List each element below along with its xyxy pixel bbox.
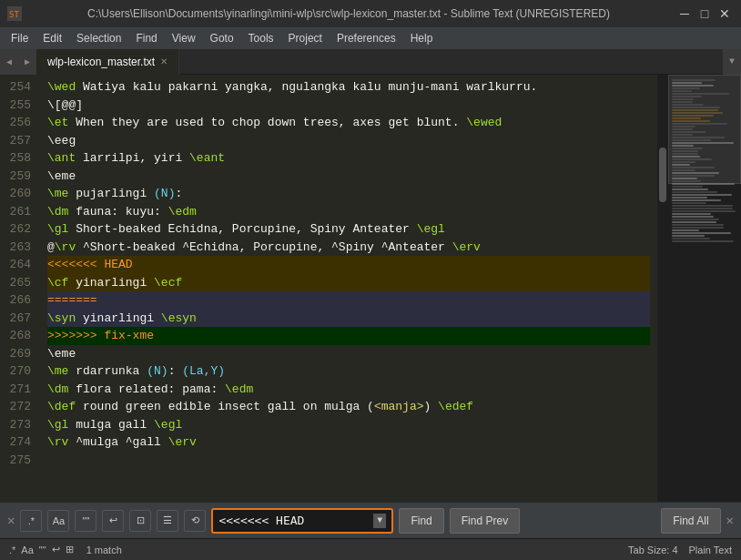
code-line: \cf yinarlingi \ecf xyxy=(47,274,650,292)
status-plain-text[interactable]: Plain Text xyxy=(689,545,733,555)
menu-item-tools[interactable]: Tools xyxy=(241,30,281,46)
tab-file[interactable]: wlp-lexicon_master.txt ✕ xyxy=(36,49,179,75)
menu-item-find[interactable]: Find xyxy=(128,30,164,46)
menu-item-goto[interactable]: Goto xyxy=(203,30,241,46)
find-prev-button[interactable]: Find Prev xyxy=(450,508,520,534)
tab-label: wlp-lexicon_master.txt xyxy=(47,56,155,68)
code-line: \wed Watiya kalu pakarni yangka, ngulang… xyxy=(47,78,650,97)
in-sel-btn[interactable]: ⊡ xyxy=(129,510,151,532)
code-content[interactable]: \wed Watiya kalu pakarni yangka, ngulang… xyxy=(40,75,657,502)
status-bar: .* Aa "" ↩ ⊞ 1 match Tab Size: 4 Plain T… xyxy=(0,538,741,560)
svg-text:ST: ST xyxy=(9,10,19,19)
minimize-button[interactable]: ─ xyxy=(675,5,694,23)
tab-bar: ◀ ▶ wlp-lexicon_master.txt ✕ ▼ xyxy=(0,49,741,75)
find-all-button[interactable]: Find All xyxy=(661,508,720,534)
find-button[interactable]: Find xyxy=(399,508,443,534)
menu-item-project[interactable]: Project xyxy=(281,30,330,46)
menu-item-help[interactable]: Help xyxy=(403,30,441,46)
editor-content: 2542552562572582592602612622632642652662… xyxy=(0,75,741,502)
find-close-icon[interactable]: ✕ xyxy=(7,513,15,528)
code-line: \me pujarlingi (N): xyxy=(47,185,650,203)
code-line: \eeg xyxy=(47,132,650,150)
status-wrap-icon[interactable]: ↩ xyxy=(52,544,60,555)
status-right: Tab Size: 4 Plain Text xyxy=(628,545,732,555)
close-button[interactable]: ✕ xyxy=(716,5,734,23)
status-left: .* Aa "" ↩ ⊞ 1 match xyxy=(9,544,122,555)
code-line: \gl Short-beaked Echidna, Porcupine, Spi… xyxy=(47,220,650,239)
code-line: \def round green edible insect gall on m… xyxy=(47,398,650,416)
code-line: @\rv ^Short-beaked ^Echidna, Porcupine, … xyxy=(47,239,650,257)
line-numbers: 2542552562572582592602612622632642652662… xyxy=(0,75,40,502)
status-tab-size[interactable]: Tab Size: 4 xyxy=(628,545,677,555)
code-line: \eme xyxy=(47,345,650,363)
status-case-icon[interactable]: Aa xyxy=(21,545,33,555)
main-area: 2542552562572582592602612622632642652662… xyxy=(0,75,741,502)
menu-item-selection[interactable]: Selection xyxy=(69,30,128,46)
status-regex-icon[interactable]: .* xyxy=(9,545,15,555)
title-text: C:\Users\Ellison\Documents\yinarlingi\mi… xyxy=(29,7,668,20)
code-line: >>>>>>> fix-xme xyxy=(47,327,650,345)
title-controls: ─ □ ✕ xyxy=(675,5,734,23)
find-bar-close-right[interactable]: ✕ xyxy=(726,513,734,528)
app-icon: ST xyxy=(7,6,22,21)
case-btn[interactable]: Aa xyxy=(47,510,69,532)
menu-item-edit[interactable]: Edit xyxy=(36,30,69,46)
tab-nav-right[interactable]: ▶ xyxy=(18,49,36,75)
code-line: ======= xyxy=(47,291,650,310)
status-indent-icon[interactable]: ⊞ xyxy=(66,544,74,555)
status-quote-icon[interactable]: "" xyxy=(39,545,46,555)
highlight-btn[interactable]: ☰ xyxy=(157,510,178,532)
code-display[interactable]: 2542552562572582592602612622632642652662… xyxy=(0,75,657,502)
code-line: \me rdarrunka (N): (La,Y) xyxy=(47,362,650,381)
word-btn[interactable]: "" xyxy=(75,510,96,532)
regex-btn[interactable]: .* xyxy=(20,510,42,532)
maximize-button[interactable]: □ xyxy=(695,5,714,23)
minimap-content xyxy=(668,75,741,502)
scrollbar-thumb[interactable] xyxy=(659,148,666,202)
code-line: \eme xyxy=(47,168,650,186)
scrollbar[interactable] xyxy=(657,75,668,502)
find-bar: ✕ .* Aa "" ↩ ⊡ ☰ ⟲ ▼ Find Find Prev Find… xyxy=(0,502,741,538)
tab-menu-btn[interactable]: ▼ xyxy=(723,49,741,75)
menu-bar: FileEditSelectionFindViewGotoToolsProjec… xyxy=(0,27,741,49)
code-line: <<<<<<< HEAD xyxy=(47,256,650,274)
editor[interactable]: 2542552562572582592602612622632642652662… xyxy=(0,75,741,502)
title-bar: ST C:\Users\Ellison\Documents\yinarlingi… xyxy=(0,0,741,27)
code-line: \ant larrilpi, yiri \eant xyxy=(47,149,650,168)
code-line: \dm fauna: kuyu: \edm xyxy=(47,203,650,221)
find-dropdown-btn[interactable]: ▼ xyxy=(373,514,386,528)
status-match-count: 1 match xyxy=(86,545,122,555)
code-line: \dm flora related: pama: \edm xyxy=(47,381,650,399)
code-line: \gl mulga gall \egl xyxy=(47,416,650,434)
menu-item-preferences[interactable]: Preferences xyxy=(330,30,403,46)
tab-close-icon[interactable]: ✕ xyxy=(160,56,167,66)
menu-item-view[interactable]: View xyxy=(165,30,203,46)
code-line: \syn yinarlingi \esyn xyxy=(47,310,650,328)
find-input[interactable] xyxy=(218,514,370,527)
code-line: \rv ^mulga ^gall \erv xyxy=(47,433,650,452)
code-line: \et When they are used to chop down tree… xyxy=(47,114,650,132)
preserve-btn[interactable]: ⟲ xyxy=(184,510,206,532)
code-line: \[@@] xyxy=(47,97,650,115)
minimap[interactable] xyxy=(668,75,741,502)
tab-nav-left[interactable]: ◀ xyxy=(0,49,18,75)
wrap-btn[interactable]: ↩ xyxy=(102,510,124,532)
find-input-container[interactable]: ▼ xyxy=(211,508,393,534)
menu-item-file[interactable]: File xyxy=(4,30,36,46)
